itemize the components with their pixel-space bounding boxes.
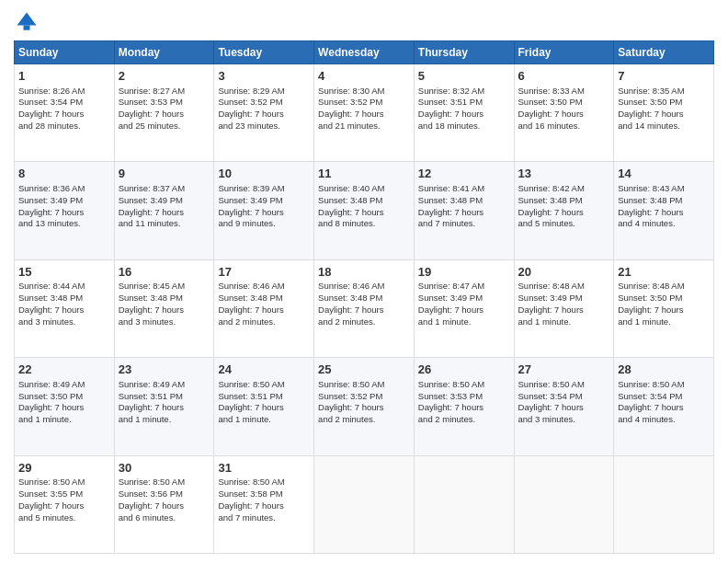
calendar-cell: 28Sunrise: 8:50 AMSunset: 3:54 PMDayligh… bbox=[614, 358, 714, 455]
day-number: 20 bbox=[518, 264, 610, 281]
cell-info-line: and 4 minutes. bbox=[618, 414, 710, 426]
cell-info-line: Sunset: 3:48 PM bbox=[618, 195, 710, 207]
cell-info-line: Sunrise: 8:50 AM bbox=[18, 477, 110, 488]
cell-info-line: Daylight: 7 hours bbox=[218, 402, 310, 414]
calendar-cell: 31Sunrise: 8:50 AMSunset: 3:58 PMDayligh… bbox=[214, 455, 314, 553]
cell-info-line: Sunset: 3:48 PM bbox=[119, 293, 210, 304]
cell-info-line: Sunrise: 8:48 AM bbox=[618, 281, 710, 293]
col-header-sunday: Sunday bbox=[15, 41, 115, 64]
cell-info-line: and 5 minutes. bbox=[518, 218, 610, 230]
day-number: 2 bbox=[119, 68, 210, 85]
cell-info-line: Daylight: 7 hours bbox=[418, 109, 510, 121]
day-number: 26 bbox=[418, 362, 510, 378]
cell-info-line: Sunrise: 8:47 AM bbox=[418, 281, 510, 293]
cell-info-line: and 25 minutes. bbox=[119, 121, 210, 132]
calendar-cell: 1Sunrise: 8:26 AMSunset: 3:54 PMDaylight… bbox=[15, 64, 115, 162]
day-number: 21 bbox=[618, 264, 710, 281]
cell-info-line: Sunset: 3:50 PM bbox=[18, 391, 110, 403]
cell-info-line: and 1 minute. bbox=[119, 414, 210, 426]
cell-info-line: Sunrise: 8:29 AM bbox=[218, 86, 310, 98]
day-number: 27 bbox=[518, 362, 610, 378]
day-number: 30 bbox=[119, 460, 210, 477]
cell-info-line: Sunset: 3:52 PM bbox=[318, 391, 410, 403]
day-number: 1 bbox=[18, 68, 110, 85]
cell-info-line: Sunrise: 8:45 AM bbox=[119, 281, 210, 293]
calendar-cell: 13Sunrise: 8:42 AMSunset: 3:48 PMDayligh… bbox=[514, 162, 614, 259]
cell-info-line: Sunset: 3:49 PM bbox=[119, 195, 210, 207]
cell-info-line: Sunrise: 8:36 AM bbox=[18, 183, 110, 195]
cell-info-line: Sunrise: 8:49 AM bbox=[18, 379, 110, 391]
day-number: 4 bbox=[318, 68, 410, 85]
cell-info-line: and 9 minutes. bbox=[218, 218, 310, 230]
cell-info-line: Sunrise: 8:44 AM bbox=[18, 281, 110, 293]
cell-info-line: Sunset: 3:48 PM bbox=[218, 293, 310, 304]
day-number: 10 bbox=[218, 166, 310, 182]
week-row-4: 22Sunrise: 8:49 AMSunset: 3:50 PMDayligh… bbox=[15, 358, 714, 455]
cell-info-line: Sunset: 3:54 PM bbox=[18, 97, 110, 109]
cell-info-line: Sunrise: 8:49 AM bbox=[119, 379, 210, 391]
calendar-cell: 29Sunrise: 8:50 AMSunset: 3:55 PMDayligh… bbox=[15, 455, 115, 553]
cell-info-line: Daylight: 7 hours bbox=[18, 207, 110, 219]
cell-info-line: Sunset: 3:52 PM bbox=[318, 97, 410, 109]
header bbox=[14, 9, 714, 35]
cell-info-line: Daylight: 7 hours bbox=[318, 109, 410, 121]
cell-info-line: Sunrise: 8:41 AM bbox=[418, 183, 510, 195]
page: SundayMondayTuesdayWednesdayThursdayFrid… bbox=[0, 0, 728, 563]
cell-info-line: Sunset: 3:54 PM bbox=[618, 391, 710, 403]
cell-info-line: Sunrise: 8:37 AM bbox=[119, 183, 210, 195]
svg-rect-1 bbox=[24, 26, 30, 30]
cell-info-line: Sunrise: 8:43 AM bbox=[618, 183, 710, 195]
col-header-wednesday: Wednesday bbox=[314, 41, 415, 64]
cell-info-line: Daylight: 7 hours bbox=[218, 109, 310, 121]
cell-info-line: and 21 minutes. bbox=[318, 121, 410, 132]
cell-info-line: Sunset: 3:55 PM bbox=[18, 488, 110, 500]
cell-info-line: Daylight: 7 hours bbox=[418, 207, 510, 219]
cell-info-line: and 23 minutes. bbox=[218, 121, 310, 132]
cell-info-line: Sunrise: 8:50 AM bbox=[218, 477, 310, 488]
calendar-cell: 22Sunrise: 8:49 AMSunset: 3:50 PMDayligh… bbox=[15, 358, 115, 455]
day-number: 12 bbox=[418, 166, 510, 182]
cell-info-line: Daylight: 7 hours bbox=[318, 304, 410, 316]
day-number: 15 bbox=[18, 264, 110, 281]
cell-info-line: Sunset: 3:50 PM bbox=[518, 97, 610, 109]
cell-info-line: Sunset: 3:48 PM bbox=[318, 195, 410, 207]
cell-info-line: Daylight: 7 hours bbox=[218, 304, 310, 316]
cell-info-line: Sunset: 3:49 PM bbox=[18, 195, 110, 207]
cell-info-line: Daylight: 7 hours bbox=[618, 304, 710, 316]
cell-info-line: and 5 minutes. bbox=[18, 512, 110, 524]
day-number: 9 bbox=[119, 166, 210, 182]
cell-info-line: Daylight: 7 hours bbox=[18, 402, 110, 414]
week-row-3: 15Sunrise: 8:44 AMSunset: 3:48 PMDayligh… bbox=[15, 259, 714, 357]
calendar-cell: 12Sunrise: 8:41 AMSunset: 3:48 PMDayligh… bbox=[414, 162, 514, 259]
col-header-thursday: Thursday bbox=[414, 41, 514, 64]
cell-info-line: Sunset: 3:48 PM bbox=[318, 293, 410, 304]
cell-info-line: Sunset: 3:49 PM bbox=[218, 195, 310, 207]
cell-info-line: Sunrise: 8:33 AM bbox=[518, 86, 610, 98]
cell-info-line: Daylight: 7 hours bbox=[18, 304, 110, 316]
calendar-cell: 3Sunrise: 8:29 AMSunset: 3:52 PMDaylight… bbox=[214, 64, 314, 162]
calendar-cell bbox=[314, 455, 415, 553]
cell-info-line: Sunrise: 8:50 AM bbox=[318, 379, 410, 391]
cell-info-line: and 1 minute. bbox=[218, 414, 310, 426]
col-header-monday: Monday bbox=[114, 41, 214, 64]
cell-info-line: Daylight: 7 hours bbox=[218, 207, 310, 219]
calendar-cell: 17Sunrise: 8:46 AMSunset: 3:48 PMDayligh… bbox=[214, 259, 314, 357]
calendar-cell: 15Sunrise: 8:44 AMSunset: 3:48 PMDayligh… bbox=[15, 259, 115, 357]
cell-info-line: Daylight: 7 hours bbox=[318, 402, 410, 414]
cell-info-line: and 1 minute. bbox=[618, 316, 710, 328]
calendar-cell: 30Sunrise: 8:50 AMSunset: 3:56 PMDayligh… bbox=[114, 455, 214, 553]
day-number: 6 bbox=[518, 68, 610, 85]
svg-marker-0 bbox=[17, 13, 37, 26]
cell-info-line: Sunset: 3:51 PM bbox=[218, 391, 310, 403]
day-number: 17 bbox=[218, 264, 310, 281]
cell-info-line: and 4 minutes. bbox=[618, 218, 710, 230]
day-number: 22 bbox=[18, 362, 110, 378]
calendar-cell: 23Sunrise: 8:49 AMSunset: 3:51 PMDayligh… bbox=[114, 358, 214, 455]
cell-info-line: Sunset: 3:56 PM bbox=[119, 488, 210, 500]
calendar-cell: 4Sunrise: 8:30 AMSunset: 3:52 PMDaylight… bbox=[314, 64, 415, 162]
calendar-cell: 19Sunrise: 8:47 AMSunset: 3:49 PMDayligh… bbox=[414, 259, 514, 357]
cell-info-line: Sunset: 3:58 PM bbox=[218, 488, 310, 500]
logo bbox=[14, 9, 43, 35]
cell-info-line: and 1 minute. bbox=[418, 316, 510, 328]
cell-info-line: Daylight: 7 hours bbox=[418, 402, 510, 414]
